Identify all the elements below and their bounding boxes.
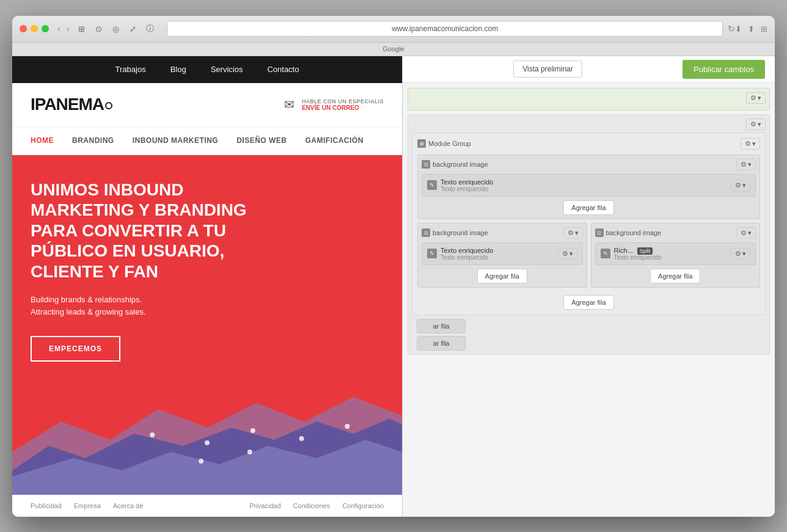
topnav-trabajos[interactable]: Trabajos <box>115 65 146 74</box>
bg-image-card-top-header: ⊡ background image ⚙ ▾ <box>422 159 756 170</box>
footer-condiciones[interactable]: Condiciones <box>293 502 331 509</box>
svg-point-7 <box>345 424 350 429</box>
svg-point-5 <box>251 428 255 433</box>
new-tab-icon[interactable]: ⊞ <box>761 24 767 34</box>
url-text: www.ipanemacomunicacion.com <box>392 24 498 33</box>
agregar-fila-top-button[interactable]: Agregar fila <box>563 200 613 215</box>
footer-empresa[interactable]: Empresa <box>74 502 101 509</box>
text-module-left-left: ✎ Texto enriquecido Texto enriquecido <box>427 247 493 261</box>
footer-left-links: Publicidad Empresa Acerca de <box>31 502 143 509</box>
agregar-fila-right-button[interactable]: Agregar fila <box>650 269 700 283</box>
text-module-top-left: ✎ Texto enriquecido Texto enriquecido <box>427 178 493 192</box>
text-module-top: ✎ Texto enriquecido Texto enriquecido ⚙ … <box>422 174 756 197</box>
chevron-down-icon7: ▾ <box>569 250 573 258</box>
partial-buttons: ar fila ar fila <box>412 319 766 351</box>
nav-home[interactable]: HOME <box>31 136 54 145</box>
module-group-header: ⊞ Module Group ⚙ ▾ <box>417 138 760 150</box>
agregar-fila-bottom-button[interactable]: Agregar fila <box>563 295 613 310</box>
bg-image-card-right: ⊡ background image ⚙ ▾ ✎ <box>591 223 761 288</box>
chevron-down-icon4: ▾ <box>748 161 752 169</box>
bg-image-top-label: ⊡ background image <box>422 160 488 169</box>
nav-branding[interactable]: BRANDING <box>72 136 114 145</box>
url-bar[interactable]: www.ipanemacomunicacion.com <box>167 21 723 37</box>
hero-mountain <box>12 373 402 495</box>
agregar-fila-left-button[interactable]: Agregar fila <box>477 269 527 283</box>
footer-acerca[interactable]: Acerca de <box>113 502 144 509</box>
site-footer: Publicidad Empresa Acerca de Privacidad … <box>12 495 402 517</box>
site-topnav: Trabajos Blog Servicios Contacto <box>12 56 402 83</box>
chevron-down-icon2: ▾ <box>758 120 761 128</box>
site-header: IPANEMA ✉ HABLE CON UN ESPECIALIS ENVÍE … <box>12 83 402 127</box>
svg-point-8 <box>199 459 203 464</box>
chevron-down-icon9: ▾ <box>742 250 746 258</box>
close-button[interactable] <box>20 25 27 32</box>
cms-content-area[interactable]: ⚙ ▾ ⚙ ▾ ⊞ Module Group <box>403 83 775 517</box>
second-section-gear[interactable]: ⚙ ▾ <box>746 118 766 130</box>
bg-image-right-icon: ⊡ <box>595 228 604 237</box>
nav-arrows: ‹ › <box>55 23 71 35</box>
second-section-header: ⚙ ▾ <box>412 118 766 130</box>
info-icon: ⓘ <box>145 24 155 34</box>
text-module-top-gear[interactable]: ⚙ ▾ <box>731 180 750 191</box>
footer-configuracion[interactable]: Configuración <box>342 502 384 509</box>
fullscreen-button[interactable] <box>42 25 49 32</box>
site-logo: IPANEMA <box>31 95 112 114</box>
topnav-servicios[interactable]: Servicios <box>211 65 243 74</box>
footer-privacidad[interactable]: Privacidad <box>249 502 280 509</box>
partial-btn-1[interactable]: ar fila <box>417 319 466 333</box>
right-icons: ⬇ ⬆ ⊞ <box>735 24 767 34</box>
title-bar: ‹ › ⊞ ⊙ ◎ ⤢ ⓘ www.ipanemacomunicacion.co… <box>12 16 775 43</box>
bg-image-top-gear[interactable]: ⚙ ▾ <box>736 159 756 170</box>
topnav-contacto[interactable]: Contacto <box>267 65 299 74</box>
footer-right-links: Privacidad Condiciones Configuración <box>249 502 384 509</box>
nav-inbound[interactable]: INBOUND MARKETING <box>133 136 219 145</box>
cms-panel: Vista preliminar Publicar cambios ⚙ ▾ ⚙ … <box>403 56 775 517</box>
preview-button[interactable]: Vista preliminar <box>513 60 582 78</box>
back-button[interactable]: ‹ <box>55 23 63 35</box>
toolbar-icons: ⊞ ⊙ ◎ ⤢ ⓘ <box>76 24 155 34</box>
text-module-right-labels: Rich... Split Texto enriquecido <box>614 247 662 261</box>
minimize-button[interactable] <box>31 25 38 32</box>
person-icon: ⊙ <box>93 24 103 34</box>
text-module-left: ✎ Texto enriquecido Texto enriquecido ⚙ … <box>422 242 583 265</box>
split-tooltip: Split <box>637 247 653 255</box>
chevron-down-icon5: ▾ <box>742 181 746 189</box>
chevron-down-icon3: ▾ <box>752 140 756 148</box>
cms-top-section: ⚙ ▾ <box>408 88 770 111</box>
nav-gamificacion[interactable]: GAMIFICACIÓN <box>306 136 364 145</box>
reload-icon[interactable]: ↻ <box>728 24 735 34</box>
top-section-header: ⚙ ▾ <box>412 92 766 104</box>
module-group-icon: ⊞ <box>417 139 426 148</box>
cms-topbar: Vista preliminar Publicar cambios <box>403 56 775 83</box>
partial-btn-2[interactable]: ar fila <box>417 336 466 351</box>
logo-circle-icon <box>105 102 112 109</box>
forward-button[interactable]: › <box>64 23 72 35</box>
text-module-right: ✎ Rich... Split Texto enriquecido <box>595 242 756 265</box>
bg-image-right-gear[interactable]: ⚙ ▾ <box>736 227 756 239</box>
download-icon: ⬇ <box>735 24 742 34</box>
hero-section: UNIMOS INBOUND MARKETING Y BRANDING PARA… <box>12 155 402 495</box>
mac-window: ‹ › ⊞ ⊙ ◎ ⤢ ⓘ www.ipanemacomunicacion.co… <box>12 16 775 517</box>
footer-publicidad[interactable]: Publicidad <box>31 502 62 509</box>
svg-point-3 <box>150 432 155 437</box>
publish-button[interactable]: Publicar cambios <box>683 60 765 79</box>
text-module-left-icon: ✎ <box>427 249 437 258</box>
hero-cta-button[interactable]: EMPECEMOS <box>31 336 120 362</box>
text-module-right-gear[interactable]: ⚙ ▾ <box>731 248 750 260</box>
expand-icon: ⤢ <box>128 24 137 34</box>
traffic-lights <box>20 25 49 32</box>
text-module-top-icon: ✎ <box>427 180 437 190</box>
top-section-gear[interactable]: ⚙ ▾ <box>746 92 766 104</box>
bg-image-card-left: ⊡ background image ⚙ ▾ ✎ Te <box>417 223 587 288</box>
topnav-blog[interactable]: Blog <box>170 65 186 74</box>
module-group-gear[interactable]: ⚙ ▾ <box>741 138 760 150</box>
bg-image-left-gear[interactable]: ⚙ ▾ <box>563 227 583 239</box>
bg-image-card-right-header: ⊡ background image ⚙ ▾ <box>595 227 756 239</box>
grid-icon: ⊞ <box>76 24 86 34</box>
chevron-down-icon8: ▾ <box>748 229 752 237</box>
cms-second-section: ⚙ ▾ ⊞ Module Group ⚙ ▾ <box>408 114 770 355</box>
text-module-left-gear[interactable]: ⚙ ▾ <box>558 248 577 260</box>
text-module-right-left: ✎ Rich... Split Texto enriquecido <box>601 247 662 261</box>
nav-diseno[interactable]: DISEÑO WEB <box>236 136 287 145</box>
tab-label: Google <box>383 45 404 53</box>
